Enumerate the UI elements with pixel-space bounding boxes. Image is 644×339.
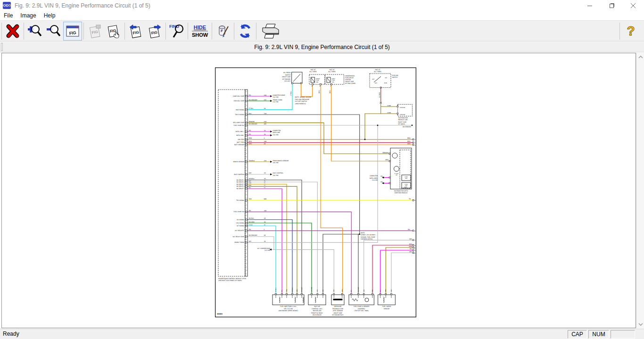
zoom-out-button[interactable]: [44, 22, 63, 41]
zoom-in-button[interactable]: [25, 22, 44, 41]
svg-text:312 HW: 312 HW: [372, 179, 378, 181]
close-figure-icon: [5, 24, 20, 39]
menu-bar: File Image Help: [0, 11, 644, 20]
menu-help[interactable]: Help: [40, 11, 59, 20]
scroll-down-arrow[interactable]: [636, 320, 644, 328]
svg-text:FUEL PUMP SIG: FUEL PUMP SIG: [234, 211, 245, 213]
fit-figure-button[interactable]: FIG: [63, 22, 82, 41]
svg-text:SWITCH: SWITCH: [285, 74, 291, 76]
svg-text:9: 9: [414, 245, 415, 247]
annotate-button[interactable]: F: [214, 22, 232, 41]
minimize-button[interactable]: [579, 0, 601, 11]
svg-text:2: 2: [414, 139, 415, 141]
svg-text:DK BLU: DK BLU: [292, 287, 293, 292]
svg-text:HIDE: HIDE: [194, 25, 206, 30]
toolbar-separator: [212, 23, 212, 40]
svg-text:313 HW: 313 HW: [264, 249, 270, 251]
svg-text:TAN: TAN: [248, 198, 252, 200]
ink-brush-icon: F: [215, 24, 231, 39]
svg-text:4 BRN: 4 BRN: [387, 112, 391, 114]
previous-view-button-disabled[interactable]: FIG: [85, 22, 104, 41]
next-figure-button[interactable]: FIG: [145, 22, 164, 41]
svg-text:(PP) 313 HW: (PP) 313 HW: [284, 308, 293, 310]
svg-text:ON PLENUM): ON PLENUM): [313, 314, 322, 316]
svg-text:GRY: GRY: [409, 238, 412, 240]
svg-text:465: 465: [264, 123, 267, 125]
svg-text:SHOWN: FUEL PUMP: SHOWN: FUEL PUMP: [361, 236, 375, 238]
svg-text:ACC: ACC: [375, 83, 378, 84]
svg-text:DK GRN: DK GRN: [311, 287, 313, 292]
svg-text:HARNESS DETAIL: HARNESS DETAIL: [361, 238, 373, 240]
svg-text:INJ DRIVE 3: INJ DRIVE 3: [236, 183, 244, 185]
svg-text:WH/BLK: WH/BLK: [249, 178, 255, 180]
status-bar: Ready CAP NUM: [0, 329, 644, 339]
figure-disabled-icon: FIG: [88, 24, 102, 38]
svg-text:4: 4: [264, 137, 265, 139]
svg-text:38: 38: [264, 133, 266, 135]
svg-text:DK GRN: DK GRN: [249, 221, 255, 223]
svg-text:78: 78: [264, 181, 266, 182]
print-button[interactable]: [258, 22, 282, 41]
svg-text:DATA LINK -: DATA LINK -: [236, 134, 245, 136]
svg-text:ORG: ORG: [385, 159, 388, 161]
svg-text:FUEL PUMP & SENDER: FUEL PUMP & SENDER: [354, 306, 369, 307]
vertical-scrollbar[interactable]: [636, 53, 644, 328]
svg-text:PPL: PPL: [380, 181, 383, 183]
svg-text:301 HW: 301 HW: [273, 174, 279, 176]
svg-text:12 RED: 12 RED: [379, 92, 380, 98]
figure-caption-bar: Fig. 9: 2.9L VIN 9, Engine Performance C…: [0, 42, 644, 52]
svg-text:PPL: PPL: [249, 94, 252, 96]
svg-text:DIM: DIM: [405, 178, 407, 179]
svg-text:BRN: BRN: [249, 137, 252, 139]
svg-text:8: 8: [414, 249, 415, 251]
svg-text:BRN: BRN: [249, 185, 252, 186]
close-button[interactable]: [622, 0, 644, 11]
svg-text:16: 16: [264, 224, 266, 226]
toolbar: FIG FIG FIG FIG: [0, 20, 644, 41]
menu-image[interactable]: Image: [17, 11, 40, 20]
previous-figure-button[interactable]: FIG: [126, 22, 145, 41]
svg-text:(D3-V87): (D3-V87): [284, 80, 290, 82]
svg-text:GRY: GRY: [317, 289, 318, 292]
svg-text:TN: TN: [408, 198, 411, 200]
svg-text:3H: 3H: [264, 172, 266, 174]
svg-text:?: ?: [627, 24, 635, 38]
svg-text:OFF: OFF: [372, 79, 375, 80]
help-button[interactable]: ?: [621, 22, 640, 41]
svg-text:DATA LINES: DATA LINES: [370, 177, 378, 179]
svg-text:PRESSURE: PRESSURE: [334, 306, 342, 307]
drag-figure-button[interactable]: FIG: [104, 22, 123, 41]
app-icon: OD5: [3, 2, 11, 9]
svg-text:RED: RED: [372, 289, 373, 292]
svg-text:POWERTRAIN CONTROL MODULE (PCM: POWERTRAIN CONTROL MODULE (PCM): [218, 278, 246, 280]
figure-next-icon: FIG: [148, 24, 162, 38]
svg-text:INJ DRIVE 4: INJ DRIVE 4: [236, 185, 244, 187]
svg-text:ECM IGN: ECM IGN: [400, 114, 405, 116]
refresh-icon: [238, 24, 253, 39]
find-button[interactable]: FIND: [167, 22, 186, 41]
svg-text:TRANS CONN: TRANS CONN: [272, 99, 282, 101]
svg-text:ALL TIMES: ALL TIMES: [309, 71, 317, 73]
svg-text:(RIGHT SIDE: (RIGHT SIDE: [282, 76, 291, 78]
svg-text:IGNITION MODULE: IGNITION MODULE: [395, 192, 408, 194]
svg-text:BRN: BRN: [385, 289, 387, 292]
svg-text:DK GRN/WH: DK GRN/WH: [249, 234, 257, 236]
num-lock-indicator: NUM: [588, 330, 609, 339]
svg-text:FEEDBACK EGR: FEEDBACK EGR: [332, 308, 343, 310]
scroll-up-arrow[interactable]: [636, 53, 644, 61]
svg-text:ASSEMBLY: ASSEMBLY: [358, 308, 365, 310]
maximize-button[interactable]: [601, 0, 622, 11]
svg-text:IGN FEED: IGN FEED: [238, 139, 245, 141]
menu-file[interactable]: File: [0, 11, 17, 20]
figure-viewport[interactable]: CANP SOL CONTEGR SOL CONTMAP SIGNALTACH …: [1, 53, 636, 328]
svg-text:GRY: GRY: [249, 172, 252, 174]
hide-show-button[interactable]: HIDE SHOW: [190, 22, 210, 41]
refresh-button[interactable]: [236, 22, 255, 41]
close-figure-button[interactable]: [3, 22, 22, 41]
svg-text:TAN: TAN: [286, 289, 288, 292]
svg-text:PPL: PPL: [351, 289, 352, 292]
svg-text:435: 435: [264, 99, 267, 101]
svg-text:GRY: GRY: [322, 289, 324, 292]
svg-text:4 BRN: 4 BRN: [387, 105, 391, 107]
svg-text:RED: RED: [407, 141, 411, 142]
